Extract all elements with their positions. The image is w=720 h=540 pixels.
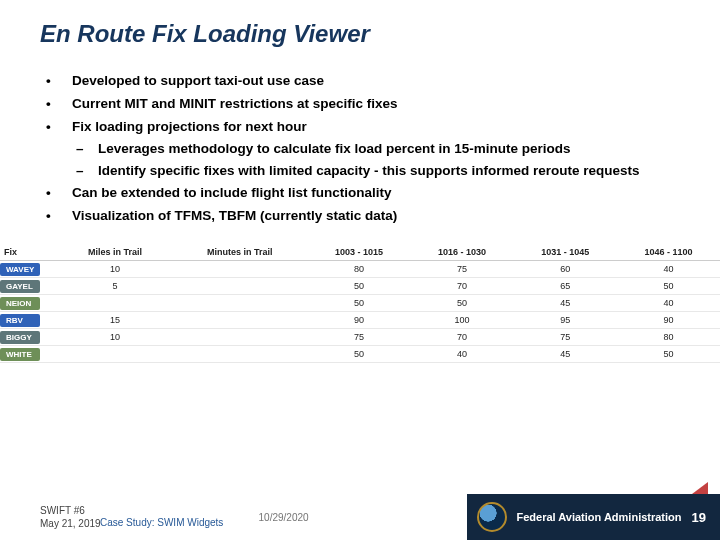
faa-seal-icon	[477, 502, 507, 532]
slide: En Route Fix Loading Viewer Developed to…	[0, 0, 720, 540]
fix-tag: WAVEY	[0, 263, 40, 276]
cell	[172, 295, 307, 312]
fix-table-wrap: Fix Miles in Trail Minutes in Trail 1003…	[0, 244, 720, 363]
bullet-item: Developed to support taxi-out use case	[42, 72, 678, 91]
cell: 80	[307, 261, 410, 278]
col-p1: 1003 - 1015	[307, 244, 410, 261]
cell: 45	[514, 295, 617, 312]
cell	[172, 312, 307, 329]
cell	[172, 278, 307, 295]
cell: 10	[58, 329, 172, 346]
col-mit: Miles in Trail	[58, 244, 172, 261]
cell: 70	[411, 278, 514, 295]
cell: 90	[617, 312, 720, 329]
table-row: WHITE50404550	[0, 346, 720, 363]
corner-accent	[692, 482, 708, 494]
col-p4: 1046 - 1100	[617, 244, 720, 261]
table-row: WAVEY1080756040	[0, 261, 720, 278]
fix-tag: GAYEL	[0, 280, 40, 293]
fix-tag: RBV	[0, 314, 40, 327]
footer-overlay-text: Case Study: SWIM Widgets	[100, 516, 223, 529]
table-row: BIGGY1075707580	[0, 329, 720, 346]
cell: 65	[514, 278, 617, 295]
table-row: RBV15901009590	[0, 312, 720, 329]
footer-left: SWIFT #6 May 21, 2019 Case Study: SWIM W…	[40, 504, 101, 530]
footer-date1: May 21, 2019	[40, 517, 101, 530]
cell: 60	[514, 261, 617, 278]
bullet-item: Current MIT and MINIT restrictions at sp…	[42, 95, 678, 114]
col-p3: 1031 - 1045	[514, 244, 617, 261]
cell	[172, 329, 307, 346]
col-p2: 1016 - 1030	[411, 244, 514, 261]
col-minit: Minutes in Trail	[172, 244, 307, 261]
cell: 50	[617, 346, 720, 363]
page-number: 19	[692, 510, 706, 525]
cell	[58, 295, 172, 312]
cell: 15	[58, 312, 172, 329]
table-row: NEION50504540	[0, 295, 720, 312]
slide-title: En Route Fix Loading Viewer	[0, 0, 720, 54]
cell: 10	[58, 261, 172, 278]
fix-tag: BIGGY	[0, 331, 40, 344]
cell: 90	[307, 312, 410, 329]
bullet-text: Fix loading projections for next hour	[72, 119, 307, 134]
bullet-item: Can be extended to include flight list f…	[42, 184, 678, 203]
cell: 45	[514, 346, 617, 363]
cell: 70	[411, 329, 514, 346]
cell	[172, 261, 307, 278]
fix-loading-table: Fix Miles in Trail Minutes in Trail 1003…	[0, 244, 720, 363]
cell: 100	[411, 312, 514, 329]
sub-bullet-item: Identify specific fixes with limited cap…	[72, 162, 678, 181]
cell: 75	[411, 261, 514, 278]
cell: 40	[617, 295, 720, 312]
footer-agency-block: Federal Aviation Administration 19	[467, 494, 721, 540]
cell: 50	[307, 346, 410, 363]
footer-swift: SWIFT #6	[40, 504, 101, 517]
cell	[58, 346, 172, 363]
fix-tag: NEION	[0, 297, 40, 310]
cell: 95	[514, 312, 617, 329]
cell: 40	[411, 346, 514, 363]
cell: 40	[617, 261, 720, 278]
sub-bullet-item: Leverages methodology to calculate fix l…	[72, 140, 678, 159]
content-body: Developed to support taxi-out use case C…	[0, 54, 720, 230]
fix-tag: WHITE	[0, 348, 40, 361]
agency-name: Federal Aviation Administration	[517, 511, 682, 523]
bullet-item: Visualization of TFMS, TBFM (currently s…	[42, 207, 678, 226]
cell: 50	[307, 278, 410, 295]
cell: 5	[58, 278, 172, 295]
cell	[172, 346, 307, 363]
cell: 75	[307, 329, 410, 346]
table-row: GAYEL550706550	[0, 278, 720, 295]
cell: 50	[617, 278, 720, 295]
col-fix: Fix	[0, 244, 58, 261]
cell: 80	[617, 329, 720, 346]
cell: 50	[411, 295, 514, 312]
footer: SWIFT #6 May 21, 2019 Case Study: SWIM W…	[0, 494, 720, 540]
bullet-item: Fix loading projections for next hour Le…	[42, 118, 678, 181]
cell: 75	[514, 329, 617, 346]
table-header-row: Fix Miles in Trail Minutes in Trail 1003…	[0, 244, 720, 261]
cell: 50	[307, 295, 410, 312]
